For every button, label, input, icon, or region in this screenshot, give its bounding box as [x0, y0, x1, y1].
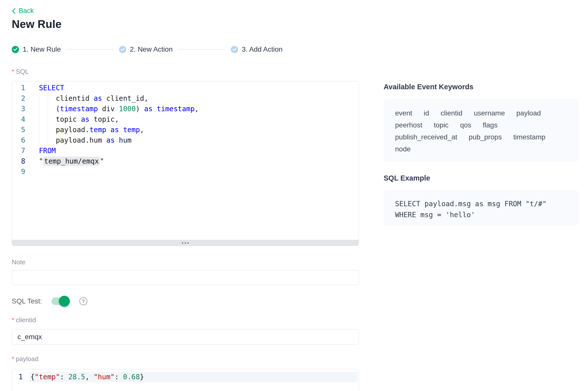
- back-button[interactable]: Back: [12, 7, 34, 15]
- editor-resize-handle[interactable]: [12, 240, 359, 246]
- event-keyword: flags: [483, 119, 497, 131]
- line-number: 7: [12, 146, 25, 156]
- sql-code-area[interactable]: 1SELECT2 clientid as client_id,3 (timest…: [12, 81, 359, 240]
- step-new-rule[interactable]: 1. New Rule: [12, 45, 61, 53]
- line-number: 4: [12, 114, 25, 125]
- keywords-panel: eventidclientidusernamepayloadpeerhostto…: [384, 99, 579, 162]
- keyword-row: eventidclientidusernamepayload: [395, 107, 567, 119]
- required-asterisk: *: [12, 316, 14, 324]
- line-number: 9: [12, 167, 25, 177]
- sql-field-label: *SQL: [12, 68, 29, 76]
- line-number: 8: [12, 156, 25, 167]
- sql-editor[interactable]: 1SELECT2 clientid as client_id,3 (timest…: [12, 81, 359, 246]
- sql-test-label: SQL Test:: [12, 297, 42, 305]
- code-line: 8"temp_hum/emqx": [12, 156, 359, 167]
- code-text: FROM: [25, 146, 359, 156]
- code-text: clientid as client_id,: [25, 93, 359, 104]
- resize-dot: [185, 242, 186, 244]
- event-keyword: node: [395, 143, 411, 155]
- code-text: SELECT: [25, 83, 359, 93]
- event-keyword: publish_received_at: [395, 131, 457, 143]
- clientid-input[interactable]: [12, 329, 359, 345]
- step-check-icon: [12, 46, 19, 53]
- step-check-icon: [231, 46, 238, 53]
- clientid-field-label: *clientid: [12, 316, 36, 324]
- sql-example-line: WHERE msg = 'hello': [395, 209, 567, 220]
- required-asterisk: *: [12, 355, 14, 363]
- event-keyword: event: [395, 107, 412, 119]
- code-text: "temp_hum/emqx": [25, 156, 359, 167]
- line-number: 1: [12, 83, 25, 93]
- code-line: 5 payload.temp as temp,: [12, 125, 359, 135]
- page-title: New Rule: [12, 18, 62, 30]
- event-keyword: peerhost: [395, 119, 422, 131]
- resize-dot: [187, 242, 189, 244]
- event-keyword: payload: [516, 107, 541, 119]
- line-number: 2: [12, 93, 25, 104]
- help-icon[interactable]: ?: [79, 297, 87, 305]
- line-number: 6: [12, 135, 25, 146]
- line-number: 3: [12, 104, 25, 114]
- back-label: Back: [19, 7, 34, 15]
- note-field-label: Note: [12, 258, 25, 266]
- event-keyword: timestamp: [513, 131, 545, 143]
- line-number: 5: [12, 125, 25, 135]
- keywords-panel-title: Available Event Keywords: [384, 83, 473, 91]
- code-line: 1{"temp": 28.5, "hum": 0.68}: [12, 372, 359, 382]
- code-text: topic as topic,: [25, 114, 359, 125]
- required-asterisk: *: [12, 68, 14, 75]
- code-text: payload.hum as hum: [25, 135, 359, 146]
- sql-example-title: SQL Example: [384, 174, 430, 182]
- step-new-action[interactable]: 2. New Action: [119, 45, 173, 53]
- code-line: 1SELECT: [12, 83, 359, 93]
- code-line: 2 clientid as client_id,: [12, 93, 359, 104]
- step-label: 1. New Rule: [23, 45, 61, 53]
- sql-example-panel: SELECT payload.msg as msg FROM "t/#" WHE…: [384, 190, 579, 226]
- payload-field-label: *payload: [12, 355, 38, 363]
- step-add-action[interactable]: 3. Add Action: [231, 45, 283, 53]
- step-connector: [67, 49, 113, 50]
- step-label: 2. New Action: [130, 45, 173, 53]
- payload-code-area[interactable]: 1{"temp": 28.5, "hum": 0.68}: [12, 369, 359, 384]
- line-number: 1: [12, 372, 23, 382]
- step-label: 3. Add Action: [242, 45, 283, 53]
- event-keyword: username: [474, 107, 505, 119]
- sql-example-line: SELECT payload.msg as msg FROM "t/#": [395, 198, 567, 209]
- sql-test-row: SQL Test: ?: [12, 296, 87, 307]
- code-line: 3 (timestamp div 1000) as timestamp,: [12, 104, 359, 114]
- stepper: 1. New Rule 2. New Action 3. Add Action: [12, 45, 283, 53]
- event-keyword: qos: [460, 119, 471, 131]
- code-text: {"temp": 28.5, "hum": 0.68}: [29, 372, 357, 382]
- keyword-row: node: [395, 143, 567, 155]
- code-text: (timestamp div 1000) as timestamp,: [25, 104, 359, 114]
- payload-editor[interactable]: 1{"temp": 28.5, "hum": 0.68}: [12, 369, 359, 391]
- code-line: 4 topic as topic,: [12, 114, 359, 125]
- code-line: 6 payload.hum as hum: [12, 135, 359, 146]
- code-text: payload.temp as temp,: [25, 125, 359, 135]
- event-keyword: pub_props: [469, 131, 502, 143]
- resize-dot: [182, 242, 183, 244]
- keyword-row: peerhosttopicqosflags: [395, 119, 567, 131]
- step-check-icon: [119, 46, 126, 53]
- sql-test-toggle[interactable]: [51, 297, 69, 305]
- toggle-knob-icon: [59, 296, 70, 307]
- indent-guide: [48, 93, 48, 146]
- indent-guide: [39, 93, 39, 146]
- keyword-row: publish_received_atpub_propstimestamp: [395, 131, 567, 143]
- event-keyword: topic: [434, 119, 448, 131]
- note-input[interactable]: [12, 270, 359, 285]
- code-text: [25, 167, 359, 177]
- event-keyword: id: [424, 107, 429, 119]
- code-line: 9: [12, 167, 359, 177]
- code-line: 7FROM: [12, 146, 359, 156]
- chevron-left-icon: [12, 8, 16, 14]
- step-connector: [179, 49, 225, 50]
- event-keyword: clientid: [441, 107, 462, 119]
